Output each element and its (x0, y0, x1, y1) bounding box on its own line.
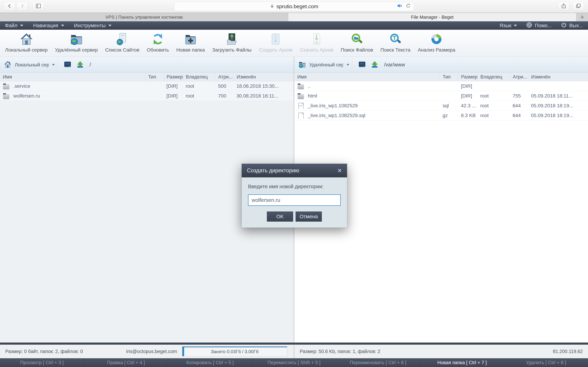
cancel-button[interactable]: Отмена (295, 211, 322, 222)
cell-size: [DIR] (164, 93, 183, 99)
new-tab-button[interactable]: + (576, 13, 588, 21)
share-button[interactable] (558, 2, 570, 11)
file-icon (297, 112, 304, 119)
column-header[interactable]: Изменён (234, 73, 294, 81)
column-header[interactable]: Размер (164, 73, 183, 81)
globe-doc-icon (116, 33, 129, 46)
toolbar-button-refresh[interactable]: Обновить (143, 32, 173, 53)
ok-button[interactable]: OK (267, 211, 293, 222)
create-directory-dialog: Создать директорию × Введите имя новой д… (242, 164, 347, 228)
action-button[interactable]: Копировать [ Ctrl + 5 ] (168, 358, 252, 367)
file-row[interactable]: html [DIR] root 755 05.09.2018 18:11... (294, 91, 588, 101)
column-header[interactable]: Тип (145, 73, 164, 81)
column-header[interactable]: Атри... (215, 73, 234, 81)
disk-icon[interactable] (64, 61, 71, 69)
action-button[interactable]: Просмотр [ Ctrl + 3 ] (0, 358, 84, 367)
close-icon[interactable]: × (337, 167, 342, 174)
menu-language[interactable]: Язык (500, 23, 517, 28)
reload-icon[interactable] (406, 3, 411, 10)
toolbar-button-pie-chart[interactable]: Анализ Размера (414, 32, 459, 53)
action-button[interactable]: Правка [ Ctrl + 4 ] (84, 358, 168, 367)
back-button[interactable] (4, 2, 15, 11)
toolbar-button-archive-download: ZIP Скачать Архив (296, 32, 337, 53)
column-header[interactable]: Владелец (183, 73, 215, 81)
cell-owner: root (183, 83, 215, 89)
tab-vps[interactable]: VPS | Панель управления хостингом (0, 13, 288, 21)
action-button[interactable]: Удалить [ Ctrl + 8 ] (504, 358, 588, 367)
file-row[interactable]: .. [DIR] (294, 81, 588, 91)
cell-modified: 30.08.2018 16:11... (234, 93, 294, 99)
toolbar-button-search-files[interactable]: Поиск Файлов (337, 32, 377, 53)
main-toolbar: Локальный сервер Удалённый сервер Список… (0, 30, 588, 57)
column-header[interactable]: Изменён (528, 73, 588, 81)
column-header[interactable]: Имя (294, 73, 440, 81)
power-icon (561, 22, 567, 29)
chevron-down-icon (61, 25, 64, 26)
remote-server-select[interactable]: Удалённый серв... (294, 57, 352, 73)
up-directory-icon[interactable] (371, 61, 379, 69)
cell-type: gz (440, 113, 458, 118)
cell-size: 42.3 ... (458, 103, 477, 108)
cell-size: [DIR] (458, 83, 477, 89)
tab-file-manager[interactable]: File Manager - Beget (288, 13, 576, 21)
url-text: sprutio.beget.com (277, 3, 318, 9)
disk-icon[interactable] (358, 61, 366, 69)
action-button[interactable]: Переименовать [ Ctrl + 6 ] (336, 358, 420, 367)
folder-globe-icon (70, 33, 83, 46)
audio-icon[interactable] (397, 3, 403, 10)
archive-download-icon: ZIP (310, 33, 323, 46)
toolbar-button-search-text[interactable]: T Поиск Текста (377, 32, 414, 53)
local-path[interactable]: / (90, 62, 91, 68)
menu-file[interactable]: Файл (5, 23, 23, 28)
cell-owner: root (477, 93, 510, 99)
cell-attrs: 700 (215, 93, 234, 99)
cell-owner: root (477, 113, 510, 118)
folder-globe-icon (298, 61, 306, 69)
action-button[interactable]: Новая папка [ Ctrl + 7 ] (420, 358, 504, 367)
column-header[interactable]: Владелец (477, 73, 510, 81)
column-header[interactable]: Размер (458, 73, 477, 81)
remote-server-label: Удалённый серв... (309, 62, 343, 68)
quota-progressbar: Занято 0.03Гб / 3.00Гб (182, 347, 287, 356)
local-server-select[interactable]: Локальный серв... (0, 57, 58, 73)
menu-help[interactable]: Помо... (526, 22, 552, 29)
toolbar-button-globe-doc[interactable]: Список Сайтов (102, 32, 143, 53)
toolbar-button-upload[interactable]: Загрузить Файлы (209, 32, 255, 53)
forward-button[interactable] (17, 2, 28, 11)
column-header[interactable]: Тип (440, 73, 458, 81)
file-row[interactable]: wolfersen.ru [DIR] root 700 30.08.2018 1… (0, 91, 294, 101)
chevron-down-icon (52, 64, 55, 66)
toolbar-button-home[interactable]: Локальный сервер (1, 32, 51, 53)
file-row[interactable]: _live.iris_wp1.1082529 sql 42.3 ... root… (294, 101, 588, 111)
lock-icon (270, 3, 274, 9)
menu-exit[interactable]: Вых... (561, 22, 583, 29)
toolbar-button-folder-globe[interactable]: Удалённый сервер (51, 32, 102, 53)
file-row[interactable]: .service [DIR] root 500 18.06.2018 15:30… (0, 81, 294, 91)
menu-navigation[interactable]: Навигация (33, 23, 64, 28)
column-header[interactable]: Имя (0, 73, 145, 81)
status-row: Размер: 0 байт, папок: 2, файлов: 0 iris… (0, 342, 588, 358)
folder-icon (3, 83, 9, 89)
archive-icon (269, 33, 282, 46)
menu-tools[interactable]: Инструменты (74, 23, 112, 28)
cell-owner: root (477, 103, 510, 108)
action-button[interactable]: Переместить [ Shift + 5 ] (252, 358, 336, 367)
column-header[interactable]: Атри... (510, 73, 528, 81)
chevron-down-icon (346, 64, 349, 66)
sidebar-toggle-button[interactable] (33, 2, 44, 11)
file-row[interactable]: _live.iris_wp1.1082529.sql gz 8.3 KB roo… (294, 111, 588, 120)
tab-overview-button[interactable] (573, 2, 584, 11)
directory-name-input[interactable] (248, 194, 341, 206)
local-status-text: Размер: 0 байт, папок: 2, файлов: 0 (5, 349, 83, 354)
cell-owner: root (183, 93, 215, 99)
svg-text:T: T (393, 35, 396, 41)
toolbar-button-folder-plus[interactable]: Новая папка (173, 32, 208, 53)
search-files-icon (350, 33, 364, 46)
remote-pathbar: Удалённый серв... /var/www (294, 57, 588, 73)
back-icon (7, 3, 12, 9)
home-icon (20, 33, 33, 46)
up-directory-icon[interactable] (76, 61, 84, 69)
quota-progress-fill (182, 347, 184, 356)
remote-path[interactable]: /var/www (384, 62, 405, 68)
address-bar[interactable]: sprutio.beget.com (174, 2, 414, 11)
